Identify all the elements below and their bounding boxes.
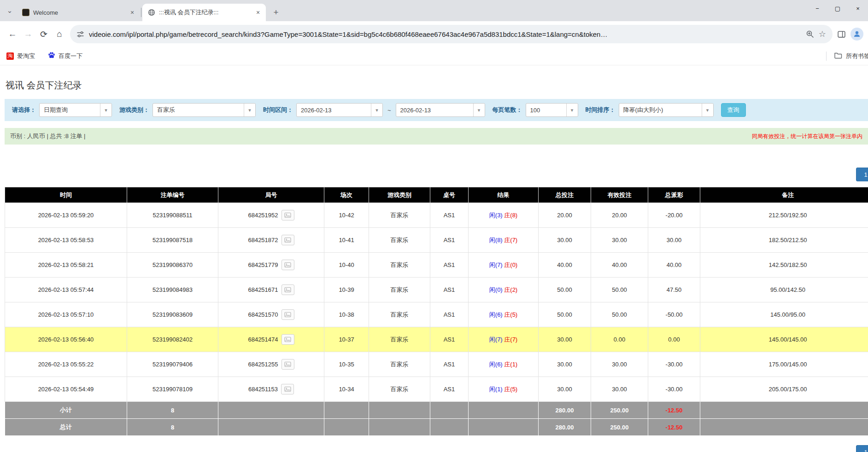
- date-to-select[interactable]: 2026-02-13 ▾: [396, 103, 485, 117]
- cell-round: 684251474: [218, 327, 324, 352]
- round-video-button[interactable]: [282, 284, 294, 295]
- pagination-top: 1: [5, 168, 868, 181]
- chevron-down-icon[interactable]: ▾: [244, 104, 255, 116]
- cell-game-type: 百家乐: [369, 203, 430, 228]
- tab-search-chevron-icon[interactable]: ⌄: [4, 4, 16, 17]
- tab-title: :::视讯 会员下注纪录:::: [159, 8, 250, 17]
- column-header: 备注: [700, 187, 868, 203]
- reload-button[interactable]: ⟳: [36, 26, 52, 42]
- cell-table-no: AS1: [430, 228, 469, 253]
- round-video-button[interactable]: [282, 260, 294, 270]
- cell-valid-bet: 50.00: [591, 278, 648, 302]
- cell-round: 684251952: [218, 203, 324, 228]
- table-body: 2026-02-13 05:59:20 523199088511 6842519…: [5, 203, 868, 402]
- home-button[interactable]: ⌂: [52, 26, 67, 42]
- search-button[interactable]: 查询: [721, 103, 746, 117]
- cell-time: 2026-02-13 05:58:21: [5, 253, 127, 278]
- new-tab-button[interactable]: +: [270, 6, 282, 19]
- sort-select[interactable]: 降幂(由大到小) ▾: [619, 103, 714, 117]
- cell-game-type: 百家乐: [369, 377, 430, 402]
- cell-table-no: AS1: [430, 302, 469, 327]
- date-from-select[interactable]: 2026-02-13 ▾: [296, 103, 383, 117]
- tab-welcome[interactable]: Welcome ×: [17, 4, 140, 21]
- page-title: 视讯 会员下注纪录: [6, 79, 868, 92]
- minimize-button[interactable]: −: [807, 0, 827, 17]
- cell-valid-bet: 30.00: [591, 228, 648, 253]
- chevron-down-icon[interactable]: ▾: [371, 104, 382, 116]
- site-info-icon[interactable]: [76, 30, 84, 38]
- cell-result: 闲(7) 庄(0): [469, 253, 539, 278]
- total-label: 总计: [5, 419, 127, 436]
- all-bookmarks-button[interactable]: 所有书签: [826, 52, 868, 61]
- zoom-icon[interactable]: [806, 30, 814, 38]
- url-text[interactable]: videoie.com/ipl/portal.php/game/betrecor…: [89, 30, 801, 38]
- round-video-button[interactable]: [282, 235, 294, 245]
- chevron-down-icon[interactable]: ▾: [100, 104, 111, 116]
- cell-total-bet: 30.00: [539, 377, 591, 402]
- subtotal-row: 小计 8 280.00 250.00 -12.50: [5, 402, 868, 419]
- table-header-row: 时间注单编号局号场次游戏类别桌号结果总投注有效投注总派彩备注: [5, 187, 868, 203]
- cell-session: 10-40: [324, 253, 369, 278]
- pagination-button[interactable]: 1: [856, 168, 868, 181]
- column-header: 局号: [218, 187, 324, 203]
- result-banker: 庄(5): [504, 311, 517, 318]
- cell-round: 684251671: [218, 278, 324, 302]
- maximize-button[interactable]: ▢: [827, 0, 848, 17]
- round-video-button[interactable]: [282, 359, 294, 370]
- cell-bet-id: 523199082402: [127, 327, 218, 352]
- query-type-select[interactable]: 日期查询 ▾: [39, 103, 112, 117]
- column-header: 总投注: [539, 187, 591, 203]
- cell-table-no: AS1: [430, 253, 469, 278]
- round-number: 684251872: [248, 237, 278, 243]
- bookmark-star-icon[interactable]: ☆: [819, 29, 826, 39]
- chevron-down-icon[interactable]: ▾: [566, 104, 578, 116]
- cell-payout: -20.00: [648, 203, 700, 228]
- side-panel-icon[interactable]: [837, 30, 846, 39]
- cell-valid-bet: 30.00: [591, 377, 648, 402]
- game-type-select[interactable]: 百家乐 ▾: [152, 103, 256, 117]
- globe-favicon-icon: [148, 9, 155, 16]
- round-video-button[interactable]: [282, 210, 294, 220]
- game-type-label: 游戏类别：: [119, 106, 149, 114]
- cell-empty: [218, 402, 324, 419]
- round-video-button[interactable]: [282, 309, 294, 320]
- pagination-button[interactable]: 1: [856, 445, 868, 452]
- forward-button[interactable]: →: [20, 26, 36, 42]
- subtotal-label: 小计: [5, 402, 127, 419]
- round-video-button[interactable]: [281, 384, 294, 394]
- page-size-select[interactable]: 100 ▾: [526, 103, 578, 117]
- cell-note: 142.50/182.50: [700, 253, 868, 278]
- chevron-down-icon[interactable]: ▾: [702, 104, 713, 116]
- cell-valid-bet: 0.00: [591, 327, 648, 352]
- back-button[interactable]: ←: [5, 26, 20, 42]
- browser-toolbar: ← → ⟳ ⌂ videoie.com/ipl/portal.php/game/…: [0, 21, 868, 47]
- chevron-down-icon[interactable]: ▾: [473, 104, 485, 116]
- baidu-paw-icon: [48, 52, 55, 60]
- game-type-value: 百家乐: [153, 104, 244, 116]
- tab-close-icon[interactable]: ×: [254, 8, 262, 17]
- filter-bar: 请选择： 日期查询 ▾ 游戏类别： 百家乐 ▾ 时间区间： 2026-02-13…: [5, 99, 868, 121]
- column-header: 时间: [5, 187, 127, 203]
- result-banker: 庄(7): [504, 237, 517, 243]
- cell-valid-bet: 50.00: [591, 302, 648, 327]
- cell-game-type: 百家乐: [369, 228, 430, 253]
- close-button[interactable]: ×: [848, 0, 868, 17]
- address-bar[interactable]: videoie.com/ipl/portal.php/game/betrecor…: [70, 25, 833, 43]
- tab-close-icon[interactable]: ×: [128, 8, 136, 17]
- bookmark-aitaobao[interactable]: 淘 爱淘宝: [6, 52, 35, 60]
- tab-bet-records[interactable]: :::视讯 会员下注纪录::: ×: [142, 4, 266, 21]
- tab-divider: [141, 8, 141, 17]
- cell-session: 10-39: [324, 278, 369, 302]
- cell-note: 145.00/95.00: [700, 302, 868, 327]
- profile-avatar[interactable]: [850, 28, 863, 41]
- round-number: 684251671: [248, 286, 278, 293]
- result-banker: 庄(0): [504, 261, 517, 268]
- cell-game-type: 百家乐: [369, 302, 430, 327]
- bookmark-baidu[interactable]: 百度一下: [48, 52, 82, 60]
- cell-valid-bet: 30.00: [591, 352, 648, 377]
- result-player: 闲(8): [489, 237, 503, 243]
- window-controls: − ▢ ×: [807, 0, 868, 17]
- cell-total-bet: 30.00: [539, 352, 591, 377]
- cell-round: 684251570: [218, 302, 324, 327]
- round-video-button[interactable]: [282, 334, 294, 345]
